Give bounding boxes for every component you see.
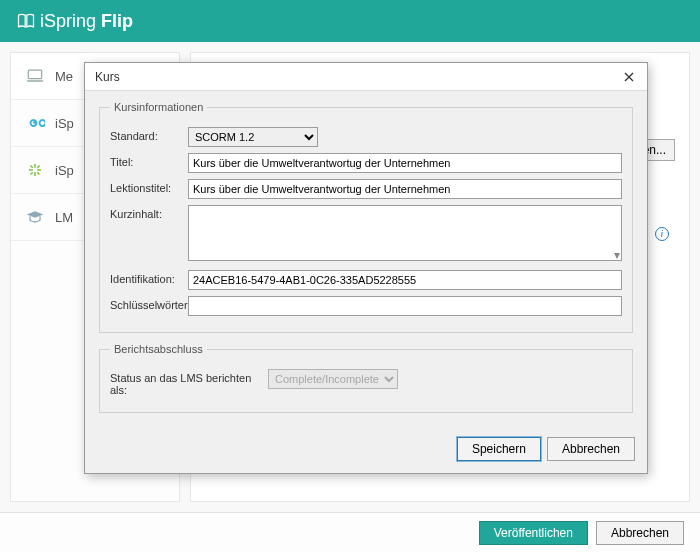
row-status: Status an das LMS berichten als: Complet… bbox=[110, 369, 622, 396]
lesson-title-input[interactable] bbox=[188, 179, 622, 199]
save-button[interactable]: Speichern bbox=[457, 437, 541, 461]
graduation-cap-icon bbox=[25, 208, 45, 226]
sidebar-item-label: LM bbox=[55, 210, 73, 225]
dialog-footer: Speichern Abbrechen bbox=[85, 429, 647, 473]
sidebar-item-label: iSp bbox=[55, 163, 74, 178]
row-title: Titel: bbox=[110, 153, 622, 173]
lesson-title-label: Lektionstitel: bbox=[110, 179, 180, 194]
cancel-button[interactable]: Abbrechen bbox=[596, 521, 684, 545]
dialog-cancel-button[interactable]: Abbrechen bbox=[547, 437, 635, 461]
status-select: Complete/Incomplete bbox=[268, 369, 398, 389]
report-fieldset: Berichtsabschluss Status an das LMS beri… bbox=[99, 343, 633, 413]
title-label: Titel: bbox=[110, 153, 180, 168]
summary-textarea[interactable] bbox=[188, 205, 622, 261]
svg-line-6 bbox=[37, 172, 39, 174]
burst-icon bbox=[25, 161, 45, 179]
standard-select[interactable]: SCORM 1.2 bbox=[188, 127, 318, 147]
publish-button[interactable]: Veröffentlichen bbox=[479, 521, 588, 545]
summary-label: Kurzinhalt: bbox=[110, 205, 180, 220]
row-standard: Standard: SCORM 1.2 bbox=[110, 127, 622, 147]
course-dialog: Kurs Kursinformationen Standard: SCORM 1… bbox=[84, 62, 648, 474]
close-icon bbox=[624, 72, 634, 82]
svg-line-8 bbox=[31, 172, 33, 174]
row-keywords: Schlüsselwörter: bbox=[110, 296, 622, 316]
info-icon[interactable]: i bbox=[655, 227, 669, 241]
title-input[interactable] bbox=[188, 153, 622, 173]
sidebar-item-label: Me bbox=[55, 69, 73, 84]
keywords-label: Schlüsselwörter: bbox=[110, 296, 180, 311]
report-legend: Berichtsabschluss bbox=[110, 343, 207, 355]
identifier-label: Identifikation: bbox=[110, 270, 180, 285]
dialog-body: Kursinformationen Standard: SCORM 1.2 Ti… bbox=[85, 91, 647, 429]
standard-label: Standard: bbox=[110, 127, 180, 142]
row-lesson-title: Lektionstitel: bbox=[110, 179, 622, 199]
app-logo: iSpring Flip bbox=[16, 11, 133, 32]
app-footer: Veröffentlichen Abbrechen bbox=[0, 512, 700, 552]
svg-rect-0 bbox=[28, 70, 41, 78]
sidebar-item-label: iSp bbox=[55, 116, 74, 131]
course-info-fieldset: Kursinformationen Standard: SCORM 1.2 Ti… bbox=[99, 101, 633, 333]
app-titlebar: iSpring Flip bbox=[0, 0, 700, 42]
close-button[interactable] bbox=[617, 67, 641, 87]
dialog-titlebar: Kurs bbox=[85, 63, 647, 91]
row-identifier: Identifikation: bbox=[110, 270, 622, 290]
keywords-input[interactable] bbox=[188, 296, 622, 316]
course-info-legend: Kursinformationen bbox=[110, 101, 207, 113]
status-label: Status an das LMS berichten als: bbox=[110, 369, 260, 396]
dialog-title: Kurs bbox=[95, 70, 120, 84]
row-summary: Kurzinhalt: ▾ bbox=[110, 205, 622, 264]
svg-line-7 bbox=[37, 166, 39, 168]
book-icon bbox=[16, 11, 36, 31]
identifier-input[interactable] bbox=[188, 270, 622, 290]
svg-line-5 bbox=[31, 166, 33, 168]
infinity-icon bbox=[25, 114, 45, 132]
laptop-icon bbox=[25, 67, 45, 85]
app-brand: iSpring Flip bbox=[40, 11, 133, 32]
